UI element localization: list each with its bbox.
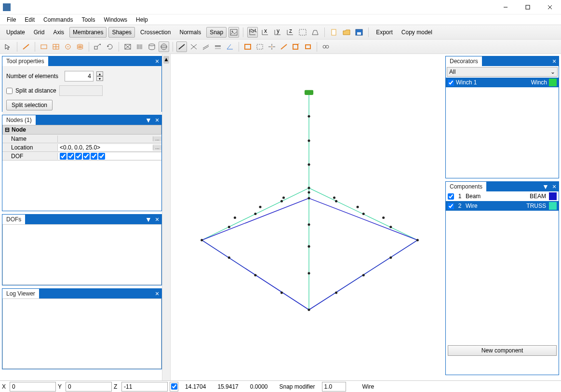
- window-minimize-button[interactable]: [494, 0, 517, 14]
- prop-location-value[interactable]: <0.0, 0.0, 25.0>: [58, 144, 153, 151]
- viewport-canvas[interactable]: [171, 54, 445, 380]
- dof-check-3[interactable]: [75, 153, 82, 160]
- tool-axis[interactable]: Axis: [50, 27, 67, 38]
- panel-close-icon[interactable]: ×: [153, 215, 161, 224]
- panel-dropdown-icon[interactable]: ▼: [144, 215, 153, 224]
- draw-stack-icon[interactable]: [75, 41, 85, 52]
- shape-cylinder-icon[interactable]: [147, 41, 157, 52]
- view-z-icon[interactable]: z: [285, 27, 295, 38]
- node-group-header[interactable]: ⊟Node: [2, 125, 161, 135]
- decorator-checkbox[interactable]: [448, 80, 454, 86]
- num-elements-spin-down[interactable]: ▼: [96, 76, 103, 81]
- tool-picture-icon[interactable]: [228, 27, 239, 38]
- dof-check-2[interactable]: [67, 153, 74, 160]
- snap-modifier-input[interactable]: 1.0: [322, 382, 346, 392]
- dof-check-5[interactable]: [91, 153, 97, 160]
- menu-windows[interactable]: Windows: [100, 15, 131, 24]
- menu-edit[interactable]: Edit: [21, 15, 39, 24]
- status-z-input[interactable]: -11: [121, 382, 168, 392]
- component-row[interactable]: 1 Beam BEAM: [446, 191, 559, 201]
- angle-icon[interactable]: [225, 41, 235, 52]
- sel-rect-dash-icon[interactable]: [254, 41, 265, 52]
- panel-dropdown-icon[interactable]: ▼: [144, 116, 153, 124]
- prop-location-more-button[interactable]: …: [153, 145, 161, 150]
- dof-check-6[interactable]: [98, 153, 105, 160]
- tool-membranes[interactable]: Membranes: [69, 27, 107, 38]
- shape-sphere-icon[interactable]: [159, 41, 169, 52]
- orange-box-icon[interactable]: [303, 41, 313, 52]
- view-persp-icon[interactable]: [310, 27, 321, 38]
- panel-close-icon[interactable]: ×: [153, 116, 161, 124]
- panel-dropdown-icon[interactable]: ▼: [541, 182, 550, 191]
- draw-grid-icon[interactable]: [51, 41, 61, 52]
- shape-bars-icon[interactable]: [134, 41, 145, 52]
- window-close-button[interactable]: [539, 0, 561, 14]
- status-checkbox[interactable]: [170, 382, 178, 392]
- component-color-swatch[interactable]: [549, 202, 557, 210]
- tool-export[interactable]: Export: [373, 27, 396, 38]
- svg-text:x: x: [264, 29, 267, 34]
- scrollbar-thumb[interactable]: ▲: [163, 56, 169, 64]
- component-color-swatch[interactable]: [549, 192, 557, 200]
- view-fit-icon[interactable]: [297, 27, 308, 38]
- panel-close-icon[interactable]: ×: [550, 57, 559, 66]
- orange-box-check-icon[interactable]: [291, 41, 301, 52]
- draw-circle-icon[interactable]: [63, 41, 73, 52]
- menu-help[interactable]: Help: [132, 15, 152, 24]
- draw-line-orange-icon[interactable]: [21, 41, 31, 52]
- transform-scale-icon[interactable]: [93, 41, 103, 52]
- draw-rect-icon[interactable]: [39, 41, 49, 52]
- menu-file[interactable]: File: [3, 15, 20, 24]
- status-x-input[interactable]: 0: [10, 382, 56, 392]
- decorators-filter-dropdown[interactable]: All⌄: [447, 67, 558, 77]
- tool-crossection[interactable]: Crossection: [137, 27, 174, 38]
- svg-marker-19: [312, 30, 318, 35]
- component-checkbox[interactable]: [448, 203, 454, 209]
- status-y-input[interactable]: 0: [66, 382, 112, 392]
- dof-check-4[interactable]: [83, 153, 90, 160]
- new-component-button[interactable]: New component: [448, 345, 557, 356]
- transform-rotate-icon[interactable]: [105, 41, 115, 52]
- component-row[interactable]: 2 Wire TRUSS: [446, 201, 559, 211]
- menu-tools[interactable]: Tools: [78, 15, 99, 24]
- panel-close-icon[interactable]: ×: [153, 57, 161, 66]
- component-checkbox[interactable]: [448, 193, 454, 200]
- svg-point-86: [200, 239, 203, 241]
- num-elements-spin-up[interactable]: ▲: [96, 71, 103, 76]
- split-line-icon[interactable]: [176, 41, 187, 52]
- tool-normals[interactable]: Normals: [176, 27, 204, 38]
- panel-close-icon[interactable]: ×: [550, 182, 559, 191]
- left-scrollbar[interactable]: ▲: [162, 54, 171, 380]
- toolbar-draw: [0, 40, 561, 54]
- file-open-icon[interactable]: [341, 27, 352, 38]
- tool-update[interactable]: Update: [3, 27, 28, 38]
- dof-check-1[interactable]: [60, 153, 67, 160]
- sel-rect-orange-icon[interactable]: [242, 41, 253, 52]
- decorator-row[interactable]: Winch 1 Winch: [446, 78, 559, 87]
- prop-name-more-button[interactable]: …: [153, 136, 161, 141]
- window-maximize-button[interactable]: [517, 0, 539, 14]
- file-new-icon[interactable]: [329, 27, 339, 38]
- tool-snap[interactable]: Snap: [206, 27, 227, 38]
- link-chain-icon[interactable]: [321, 41, 331, 52]
- tool-grid[interactable]: Grid: [30, 27, 48, 38]
- split-cross-icon[interactable]: [188, 41, 199, 52]
- file-save-icon[interactable]: [354, 27, 364, 38]
- view-x-icon[interactable]: x: [260, 27, 270, 38]
- snap-point-icon[interactable]: [267, 41, 277, 52]
- tool-copy-model[interactable]: Copy model: [398, 27, 436, 38]
- parallel-lines-icon[interactable]: [200, 41, 211, 52]
- orange-diag-icon[interactable]: [279, 41, 289, 52]
- menu-commands[interactable]: Commands: [40, 15, 77, 24]
- decorator-color-swatch[interactable]: [549, 79, 557, 86]
- pointer-icon[interactable]: [3, 41, 13, 52]
- panel-close-icon[interactable]: ×: [153, 289, 161, 298]
- shape-pattern-icon[interactable]: [122, 41, 133, 52]
- split-selection-button[interactable]: Split selection: [6, 100, 53, 110]
- split-at-distance-checkbox[interactable]: [6, 88, 13, 94]
- tool-shapes[interactable]: Shapes: [108, 27, 135, 38]
- view-y-icon[interactable]: y: [272, 27, 283, 38]
- view-iso-icon[interactable]: ISO: [247, 27, 258, 38]
- num-elements-input[interactable]: [65, 71, 94, 81]
- align-icon[interactable]: [213, 41, 223, 52]
